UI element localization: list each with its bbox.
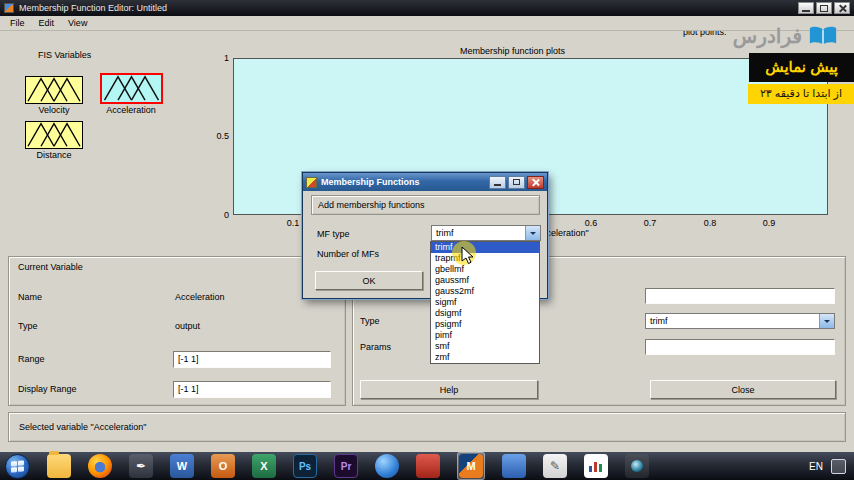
screen-recorder-icon[interactable] <box>625 454 649 478</box>
plot-title: Membership function plots <box>460 46 565 56</box>
status-text: Selected variable "Acceleration" <box>19 422 146 432</box>
mf-name-input[interactable] <box>645 288 835 304</box>
y-tick: 1 <box>205 53 229 63</box>
maximize-icon <box>820 5 828 12</box>
display-range-input[interactable]: [-1 1] <box>173 381 331 398</box>
word-icon[interactable]: W <box>170 454 194 478</box>
help-button[interactable]: Help <box>360 380 538 399</box>
dropdown-option-pimf[interactable]: pimf <box>431 330 539 341</box>
blue-app-icon[interactable] <box>502 454 526 478</box>
dropdown-option-gbellmf[interactable]: gbellmf <box>431 264 539 275</box>
matlab-icon[interactable]: M <box>459 454 483 478</box>
web-browser-icon[interactable] <box>375 454 399 478</box>
chevron-down-icon[interactable] <box>525 226 540 240</box>
pen-tool-icon[interactable]: ✒ <box>129 454 153 478</box>
faradars-logo: فرادرس <box>733 24 838 48</box>
display-range-label: Display Range <box>18 384 77 394</box>
params-input[interactable] <box>645 339 835 355</box>
mf-type-dropdown-list: trimf trapmf gbellmf gaussmf gauss2mf si… <box>430 241 540 364</box>
dialog-titlebar[interactable]: Membership Functions <box>303 173 547 191</box>
excel-icon[interactable]: X <box>252 454 276 478</box>
firefox-icon[interactable] <box>88 454 112 478</box>
faradars-brand-text: فرادرس <box>733 24 802 48</box>
range-label: Range <box>18 354 45 364</box>
taskbar: ✒ W O X Ps Pr M ✎ EN <box>0 452 854 480</box>
active-app-highlight: M <box>457 452 485 480</box>
type-label: Type <box>18 321 38 331</box>
dropdown-option-gaussmf[interactable]: gaussmf <box>431 275 539 286</box>
mf-curves-icon <box>26 122 82 148</box>
ok-button[interactable]: OK <box>315 271 423 290</box>
start-button[interactable] <box>5 454 30 479</box>
bar-chart-icon <box>588 459 604 473</box>
dropdown-option-trapmf[interactable]: trapmf <box>431 253 539 264</box>
mf-curves-icon <box>26 77 82 103</box>
mf-curves-icon <box>102 75 161 102</box>
type-value: output <box>175 321 200 331</box>
chart-app-icon[interactable] <box>584 454 608 478</box>
menu-file[interactable]: File <box>3 17 32 29</box>
y-tick: 0 <box>205 210 229 220</box>
x-tick: 0.1 <box>282 218 304 228</box>
photoshop-icon[interactable]: Ps <box>293 454 317 478</box>
x-tick: 0.6 <box>580 218 602 228</box>
maximize-icon <box>513 179 520 185</box>
maximize-button[interactable] <box>816 2 832 14</box>
window-titlebar[interactable]: Membership Function Editor: Untitled <box>0 0 854 16</box>
dropdown-option-smf[interactable]: smf <box>431 341 539 352</box>
variable-distance-label: Distance <box>9 150 99 160</box>
file-explorer-icon[interactable] <box>47 454 71 478</box>
fis-variables-title: FIS Variables <box>38 50 91 60</box>
variable-velocity[interactable] <box>25 76 83 104</box>
mouse-cursor <box>461 246 474 265</box>
language-indicator[interactable]: EN <box>809 461 823 472</box>
premiere-icon[interactable]: Pr <box>334 454 358 478</box>
time-range-badge: از ابتدا تا دقیقه ۲۳ <box>748 84 854 104</box>
minimize-icon <box>802 10 810 12</box>
window-title: Membership Function Editor: Untitled <box>19 3 167 13</box>
dropdown-option-zmf[interactable]: zmf <box>431 352 539 363</box>
notepad-icon[interactable]: ✎ <box>543 454 567 478</box>
dropdown-option-trimf[interactable]: trimf <box>431 242 539 253</box>
close-editor-button[interactable]: Close <box>650 380 836 399</box>
number-of-mfs-label: Number of MFs <box>317 249 379 259</box>
mf-type-dropdown[interactable]: trimf <box>431 225 541 241</box>
chevron-down-icon[interactable] <box>819 314 834 328</box>
dropdown-option-gauss2mf[interactable]: gauss2mf <box>431 286 539 297</box>
app-icon <box>4 3 14 13</box>
dialog-close-button[interactable] <box>527 176 544 189</box>
close-button[interactable] <box>834 2 850 14</box>
close-icon <box>531 178 540 187</box>
windows-logo-icon <box>11 460 24 472</box>
menu-view[interactable]: View <box>61 17 94 29</box>
variable-acceleration[interactable] <box>100 73 163 104</box>
mf-type-label: MF type <box>317 229 350 239</box>
watermark: فرادرس پیش نمایش از ابتدا تا دقیقه ۲۳ <box>733 24 854 104</box>
tray-icon[interactable] <box>831 459 846 474</box>
range-input[interactable]: [-1 1] <box>173 351 331 368</box>
camera-lens-icon <box>631 460 643 472</box>
mf-type-value: trimf <box>646 314 819 328</box>
dropdown-option-dsigmf[interactable]: dsigmf <box>431 308 539 319</box>
outlook-icon[interactable]: O <box>211 454 235 478</box>
mf-type-selected-value: trimf <box>432 226 525 240</box>
red-app-icon[interactable] <box>416 454 440 478</box>
dialog-minimize-button[interactable] <box>489 176 506 189</box>
minimize-button[interactable] <box>798 2 814 14</box>
close-icon <box>838 4 847 13</box>
dropdown-option-sigmf[interactable]: sigmf <box>431 297 539 308</box>
membership-function-editor-window: Membership Function Editor: Untitled Fil… <box>0 0 854 480</box>
menu-edit[interactable]: Edit <box>32 17 62 29</box>
variable-acceleration-label: Acceleration <box>86 105 176 115</box>
x-tick: 0.7 <box>639 218 661 228</box>
menubar: File Edit View <box>0 16 854 31</box>
dropdown-option-psigmf[interactable]: psigmf <box>431 319 539 330</box>
mf-type-combobox[interactable]: trimf <box>645 313 835 329</box>
dialog-maximize-button[interactable] <box>508 176 525 189</box>
dialog-title: Membership Functions <box>321 177 420 187</box>
dialog-icon <box>306 177 317 188</box>
name-value: Acceleration <box>175 292 225 302</box>
variable-distance[interactable] <box>25 121 83 149</box>
params-label: Params <box>360 342 391 352</box>
status-bar: Selected variable "Acceleration" <box>8 412 846 442</box>
